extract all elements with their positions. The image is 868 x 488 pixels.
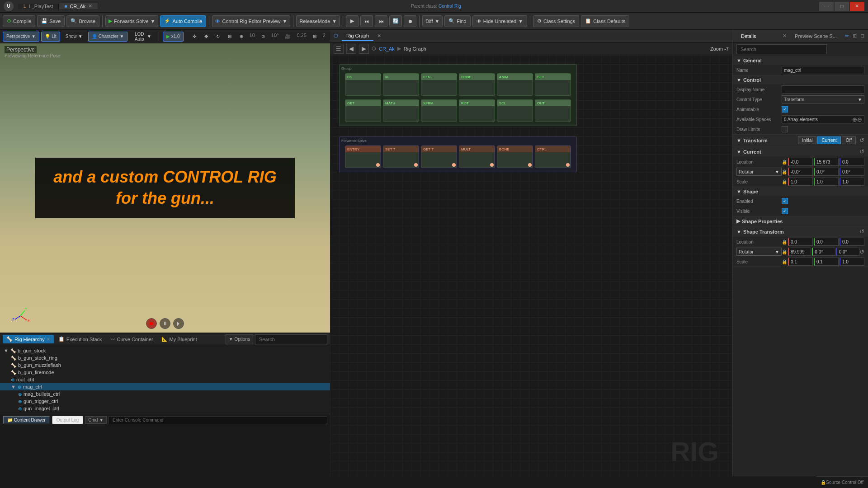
- rig-node-9[interactable]: XFRM: [421, 99, 457, 122]
- scale-z-input[interactable]: 1.0: [840, 178, 864, 186]
- shape-loc-x[interactable]: 0.0: [788, 238, 813, 246]
- rig-node-14[interactable]: SET T: [383, 145, 419, 168]
- browse-button[interactable]: 🔍 Browse: [66, 15, 99, 27]
- settings-icon-btn[interactable]: ⊞: [853, 33, 857, 39]
- show-button[interactable]: Show ▼: [62, 32, 86, 42]
- shape-loc-z[interactable]: 0.0: [840, 238, 864, 246]
- shape-rot-z[interactable]: 0.0°: [836, 248, 859, 256]
- hier-item-mag-bullets-ctrl[interactable]: ⊕ mag_bullets_ctrl: [0, 390, 330, 398]
- doc-tab-lplaytest[interactable]: L L_PlayTest: [18, 4, 59, 9]
- snap-button[interactable]: ⊕: [236, 32, 247, 42]
- hier-item-gun-trigger-ctrl[interactable]: ⊕ gun_trigger_ctrl: [0, 398, 330, 405]
- hierarchy-search[interactable]: [255, 334, 327, 344]
- minimize-button[interactable]: —: [819, 2, 834, 11]
- off-btn[interactable]: Off: [842, 136, 856, 144]
- control-type-dropdown[interactable]: Transform ▼: [782, 95, 864, 103]
- shape-scale-x[interactable]: 0.1: [788, 258, 813, 266]
- select-tool[interactable]: ✛: [189, 32, 200, 42]
- rotate-tool[interactable]: ↻: [212, 32, 223, 42]
- hide-unrelated-button[interactable]: 👁 Hide Unrelated ▼: [472, 15, 527, 27]
- cmd-button[interactable]: Cmd ▼: [85, 416, 107, 424]
- initial-btn[interactable]: Initial: [798, 136, 816, 144]
- perspective-button[interactable]: Perspective ▼: [3, 32, 39, 42]
- rig-node-6[interactable]: SET: [535, 73, 571, 96]
- shape-loc-y[interactable]: 0.0: [814, 238, 839, 246]
- details-close[interactable]: ✕: [783, 33, 787, 39]
- scale-y-input[interactable]: 1.0: [814, 178, 839, 186]
- rig-node-4[interactable]: BONE: [459, 73, 495, 96]
- scale-tool[interactable]: ⊞: [224, 32, 235, 42]
- rot-extra-button[interactable]: ↺: [859, 249, 864, 255]
- shape-transform-header[interactable]: ▼ Shape Transform ↺: [733, 226, 868, 237]
- execution-stack-tab[interactable]: 📋 Execution Stack: [55, 335, 106, 343]
- move-tool[interactable]: ✥: [201, 32, 212, 42]
- rig-hier-close[interactable]: ✕: [47, 337, 50, 342]
- display-name-value[interactable]: [782, 85, 864, 94]
- hier-item-root-ctrl[interactable]: ⊕ root_ctrl: [0, 376, 330, 383]
- options-button[interactable]: ▼ Options: [226, 334, 253, 344]
- rig-nav-forward[interactable]: ▶: [359, 44, 369, 54]
- rig-node-18[interactable]: CTRL: [535, 145, 571, 168]
- hier-item-b-gun-stock-ring[interactable]: 🦴 b_gun_stock_ring: [0, 354, 330, 361]
- diff-dropdown[interactable]: Diff ▼: [422, 15, 443, 27]
- compile-button[interactable]: ⚙ Compile: [3, 15, 35, 27]
- visible-checkbox[interactable]: ✓: [782, 208, 788, 214]
- close-button[interactable]: ✕: [850, 2, 864, 11]
- rig-node-11[interactable]: SCL: [497, 99, 533, 122]
- name-value[interactable]: mag_ctrl: [782, 66, 864, 74]
- rotator-type-dropdown[interactable]: Rotator ▼: [736, 168, 782, 176]
- details-tab[interactable]: Details: [736, 32, 761, 41]
- rig-nav-back[interactable]: ◀: [346, 44, 356, 54]
- hier-item-gun-magrel-ctrl[interactable]: ⊕ gun_magrel_ctrl: [0, 405, 330, 412]
- play-mode-button[interactable]: ▶ x1.0: [163, 32, 184, 42]
- play-button[interactable]: ▶: [346, 15, 359, 27]
- extra-button[interactable]: ⊞: [309, 32, 320, 42]
- save-button[interactable]: 💾 Save: [37, 15, 65, 27]
- layout-icon-btn[interactable]: ⊟: [860, 33, 864, 39]
- shape-header[interactable]: ▼ Shape: [733, 187, 868, 196]
- add-space-button[interactable]: ⊕: [852, 116, 857, 123]
- rig-graph-tab[interactable]: Rig Graph: [342, 31, 373, 41]
- hier-item-b-gun-stock[interactable]: ▼ 🦴 b_gun_stock: [0, 347, 330, 354]
- release-mode-dropdown[interactable]: ReleaseMode ▼: [296, 15, 340, 27]
- forward-button[interactable]: ⏵: [173, 318, 184, 329]
- shape-scale-z[interactable]: 1.0: [840, 258, 864, 266]
- rig-node-16[interactable]: MULT: [459, 145, 495, 168]
- rig-node-2[interactable]: IK: [383, 73, 419, 96]
- loc-x-input[interactable]: -0.0: [788, 158, 813, 166]
- scale-x-input[interactable]: 1.0: [788, 178, 813, 186]
- lod-auto-button[interactable]: LOD Auto ▼: [129, 32, 155, 42]
- control-header[interactable]: ▼ Control: [733, 75, 868, 84]
- rot-x-input[interactable]: -0.0°: [788, 168, 813, 176]
- animatable-checkbox[interactable]: ✓: [782, 106, 788, 113]
- rig-node-5[interactable]: ANIM: [497, 73, 533, 96]
- rig-nav-menu[interactable]: ☰: [334, 44, 344, 54]
- auto-compile-button[interactable]: ⚡ Auto Compile: [160, 15, 206, 27]
- my-blueprint-tab[interactable]: 📐 My Blueprint: [158, 335, 201, 343]
- hier-item-b-gun-muzzleflash[interactable]: 🦴 b_gun_muzzleflash: [0, 361, 330, 369]
- crak-close[interactable]: ✕: [88, 3, 92, 9]
- preview-scene-tab[interactable]: Preview Scene S...: [790, 32, 841, 41]
- rig-hierarchy-tab[interactable]: 🦴 Rig Hierarchy ✕: [3, 335, 54, 343]
- enabled-checkbox[interactable]: ✓: [782, 198, 788, 204]
- loc-z-input[interactable]: 0.0: [840, 158, 864, 166]
- pause-button[interactable]: ⏸: [160, 318, 170, 329]
- shape-properties-header[interactable]: ▶ Shape Properties: [733, 216, 868, 226]
- character-button[interactable]: 👤 Character ▼: [88, 32, 128, 42]
- output-log-tab[interactable]: Output Log: [52, 416, 83, 424]
- angle-snap[interactable]: ⊙: [258, 32, 269, 42]
- maximize-button[interactable]: □: [835, 2, 849, 11]
- console-input[interactable]: [108, 416, 327, 424]
- general-header[interactable]: ▼ General: [733, 56, 868, 65]
- rig-node-10[interactable]: ROT: [459, 99, 495, 122]
- details-search[interactable]: [736, 44, 827, 54]
- loop-button[interactable]: 🔄: [389, 15, 402, 27]
- rewind-button[interactable]: ⏮: [375, 15, 387, 27]
- hier-item-mag-ctrl[interactable]: ▼ ⊕ mag_ctrl: [0, 383, 330, 390]
- loc-y-input[interactable]: 15.673: [814, 158, 839, 166]
- rot-z-input[interactable]: 0.0°: [840, 168, 864, 176]
- rig-node-17[interactable]: BONE: [497, 145, 533, 168]
- remove-space-button[interactable]: ⊖: [857, 116, 862, 123]
- shape-rot-y[interactable]: 0.0°: [812, 248, 835, 256]
- record-playback-button[interactable]: ⏺: [146, 318, 157, 329]
